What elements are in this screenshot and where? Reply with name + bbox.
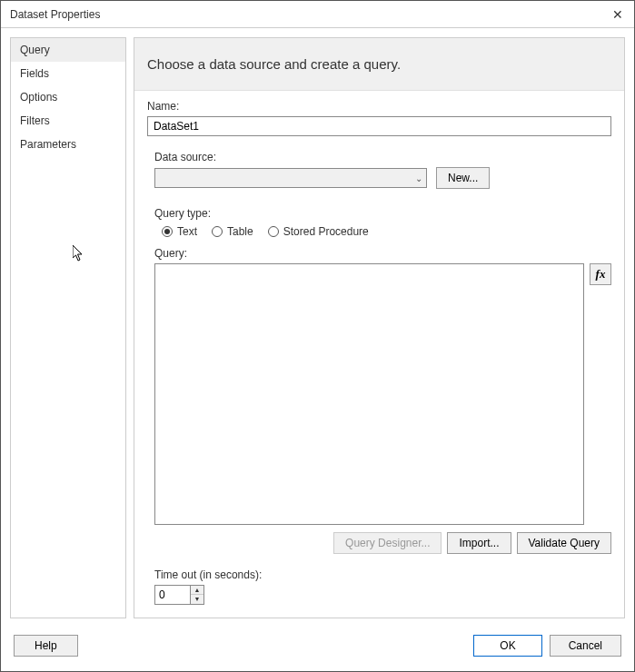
query-designer-button[interactable]: Query Designer...	[333, 532, 442, 554]
new-datasource-button[interactable]: New...	[436, 167, 490, 189]
query-label: Query:	[147, 247, 611, 260]
expression-button[interactable]: fx	[590, 263, 611, 285]
title-bar: Dataset Properties ✕	[1, 1, 634, 28]
spinner-up-icon[interactable]: ▲	[191, 586, 203, 595]
querytype-label: Query type:	[154, 207, 611, 220]
panel-header: Choose a data source and create a query.	[134, 38, 624, 91]
sidebar-item-options[interactable]: Options	[11, 85, 125, 109]
query-buttons: Query Designer... Import... Validate Que…	[147, 532, 611, 554]
panel-content: Name: Data source: ⌄ New... Query	[134, 91, 624, 618]
sidebar-item-label: Parameters	[20, 138, 76, 151]
close-icon[interactable]: ✕	[609, 5, 627, 24]
dialog-footer: Help OK Cancel	[1, 628, 634, 667]
import-button[interactable]: Import...	[447, 532, 511, 554]
radio-text[interactable]: Text	[162, 225, 197, 238]
sidebar-item-parameters[interactable]: Parameters	[11, 133, 125, 156]
querytype-radios: Text Table Stored Procedure	[162, 225, 611, 238]
sidebar-item-label: Filters	[20, 114, 50, 127]
chevron-down-icon: ⌄	[415, 173, 422, 183]
help-button[interactable]: Help	[14, 635, 78, 657]
datasource-label: Data source:	[154, 151, 611, 163]
sidebar-item-query[interactable]: Query	[11, 38, 125, 62]
spinner-down-icon[interactable]: ▼	[191, 595, 203, 604]
query-textarea[interactable]	[154, 263, 584, 525]
timeout-label: Time out (in seconds):	[154, 568, 611, 581]
timeout-spinner[interactable]: ▲ ▼	[154, 585, 204, 605]
panel-header-text: Choose a data source and create a query.	[147, 56, 401, 72]
sidebar-item-label: Fields	[20, 67, 49, 80]
cancel-button[interactable]: Cancel	[550, 635, 621, 657]
sidebar: Query Fields Options Filters Parameters	[10, 37, 126, 618]
ok-button[interactable]: OK	[473, 635, 541, 657]
datasource-select[interactable]: ⌄	[154, 168, 427, 188]
sidebar-item-fields[interactable]: Fields	[11, 62, 125, 85]
sidebar-item-label: Options	[20, 91, 57, 104]
radio-label: Table	[227, 225, 253, 238]
radio-icon	[212, 226, 223, 237]
radio-table[interactable]: Table	[212, 225, 253, 238]
window-title: Dataset Properties	[10, 8, 100, 21]
timeout-input[interactable]	[155, 586, 190, 604]
radio-icon	[162, 226, 173, 237]
radio-icon	[268, 226, 279, 237]
main-panel: Choose a data source and create a query.…	[134, 37, 625, 618]
radio-label: Stored Procedure	[283, 225, 369, 238]
name-input[interactable]	[147, 116, 611, 136]
radio-label: Text	[177, 225, 197, 238]
radio-stored-procedure[interactable]: Stored Procedure	[268, 225, 369, 238]
sidebar-item-filters[interactable]: Filters	[11, 109, 125, 133]
dialog-body: Query Fields Options Filters Parameters …	[1, 28, 634, 628]
validate-query-button[interactable]: Validate Query	[517, 532, 612, 554]
sidebar-item-label: Query	[20, 44, 50, 56]
name-label: Name:	[147, 100, 611, 113]
